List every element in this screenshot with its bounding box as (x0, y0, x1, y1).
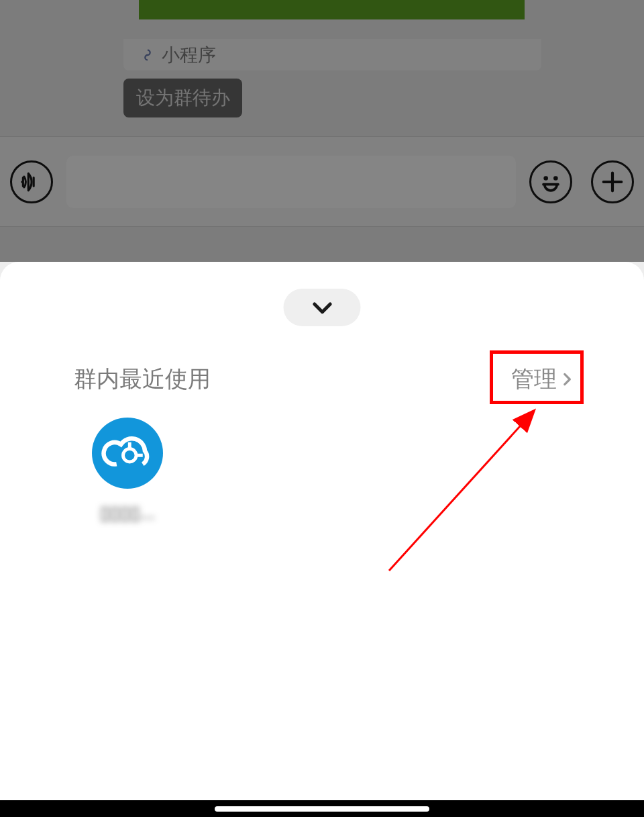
modal-overlay[interactable] (0, 0, 644, 262)
collapse-handle[interactable] (284, 289, 361, 326)
recent-app-item[interactable]: ▯▯▯▯... (74, 418, 181, 524)
home-indicator[interactable] (215, 806, 429, 812)
section-header: 群内最近使用 管理 (74, 359, 584, 399)
app-icon (92, 418, 163, 489)
svg-line-4 (389, 412, 533, 571)
svg-point-2 (123, 449, 137, 463)
chevron-down-icon (309, 294, 335, 321)
section-title: 群内最近使用 (74, 364, 211, 395)
chevron-right-icon (558, 371, 576, 388)
annotation-arrow (382, 399, 543, 574)
manage-label: 管理 (511, 364, 557, 395)
manage-button[interactable]: 管理 (503, 358, 584, 400)
app-name: ▯▯▯▯... (100, 502, 156, 524)
miniprogram-panel: 群内最近使用 管理 ▯▯▯▯... (0, 262, 644, 800)
cloud-icon (101, 427, 154, 479)
